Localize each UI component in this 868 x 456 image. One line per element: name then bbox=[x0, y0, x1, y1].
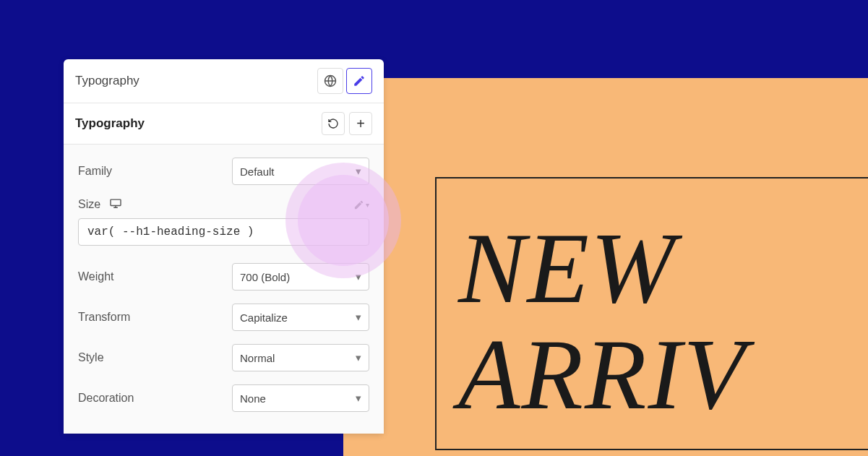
weight-value: 700 (Bold) bbox=[240, 271, 290, 283]
transform-select[interactable]: Capitalize ▾ bbox=[232, 304, 369, 331]
panel-body: Family Default ▾ Size bbox=[64, 145, 384, 434]
pencil-icon bbox=[353, 74, 366, 87]
panel-header-icons bbox=[317, 68, 372, 94]
edit-button[interactable] bbox=[346, 68, 372, 94]
size-header: Size ▾ bbox=[78, 198, 369, 211]
chevron-down-icon: ▾ bbox=[356, 165, 361, 178]
preview-line-1: NEW bbox=[458, 212, 676, 324]
size-label-text: Size bbox=[78, 198, 100, 211]
undo-icon bbox=[327, 118, 339, 129]
svg-rect-1 bbox=[111, 199, 121, 205]
size-row: Size ▾ bbox=[78, 198, 369, 246]
section-icons: + bbox=[322, 112, 372, 135]
decoration-row: Decoration None ▾ bbox=[78, 384, 369, 412]
chevron-down-icon: ▾ bbox=[356, 311, 361, 324]
weight-select[interactable]: 700 (Bold) ▾ bbox=[232, 263, 369, 291]
decoration-select[interactable]: None ▾ bbox=[232, 384, 369, 412]
chevron-down-icon: ▾ bbox=[356, 392, 361, 405]
transform-label: Transform bbox=[78, 311, 130, 324]
globe-icon bbox=[324, 74, 337, 87]
panel-subheader: Typography + bbox=[64, 103, 384, 145]
pencil-small-icon bbox=[353, 199, 364, 210]
panel-header: Typography bbox=[64, 59, 384, 103]
add-button[interactable]: + bbox=[349, 112, 372, 135]
style-label: Style bbox=[78, 351, 104, 364]
preview-text-frame: NEW ARRIV bbox=[435, 177, 868, 450]
chevron-down-icon: ▾ bbox=[356, 270, 361, 283]
family-select[interactable]: Default ▾ bbox=[232, 158, 369, 185]
style-select[interactable]: Normal ▾ bbox=[232, 344, 369, 371]
globe-button[interactable] bbox=[317, 68, 343, 94]
decoration-label: Decoration bbox=[78, 392, 134, 405]
chevron-down-icon: ▾ bbox=[356, 351, 361, 364]
panel-title: Typography bbox=[75, 74, 139, 88]
size-unit-toggle[interactable]: ▾ bbox=[353, 199, 369, 210]
section-title: Typography bbox=[75, 116, 145, 131]
style-value: Normal bbox=[240, 352, 275, 364]
typography-panel: Typography Typography bbox=[64, 59, 384, 434]
size-input[interactable] bbox=[78, 218, 369, 246]
preview-heading: NEW ARRIV bbox=[458, 215, 868, 427]
family-value: Default bbox=[240, 165, 275, 178]
preview-line-2: ARRIV bbox=[458, 318, 747, 430]
family-row: Family Default ▾ bbox=[78, 158, 369, 185]
plus-icon: + bbox=[356, 116, 365, 132]
chevron-down-small-icon: ▾ bbox=[366, 201, 369, 209]
desktop-icon[interactable] bbox=[109, 198, 122, 211]
weight-label: Weight bbox=[78, 270, 114, 283]
transform-row: Transform Capitalize ▾ bbox=[78, 304, 369, 331]
reset-button[interactable] bbox=[322, 112, 345, 135]
transform-value: Capitalize bbox=[240, 311, 288, 324]
weight-row: Weight 700 (Bold) ▾ bbox=[78, 263, 369, 291]
decoration-value: None bbox=[240, 392, 266, 405]
family-label: Family bbox=[78, 165, 112, 178]
size-label: Size bbox=[78, 198, 122, 211]
style-row: Style Normal ▾ bbox=[78, 344, 369, 371]
